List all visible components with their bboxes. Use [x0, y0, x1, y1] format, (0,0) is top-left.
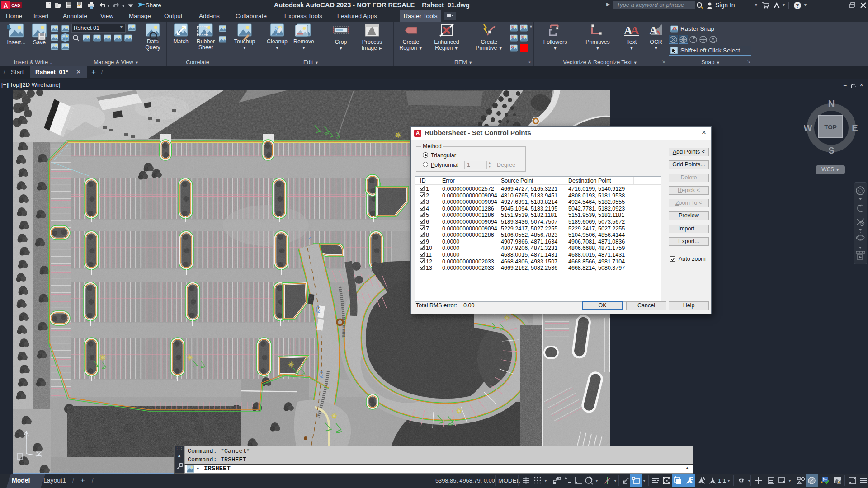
svg-text:A: A — [3, 2, 8, 9]
svg-text:Share: Share — [146, 2, 161, 9]
svg-text:S: S — [828, 145, 834, 155]
svg-text:TOP: TOP — [824, 124, 837, 131]
svg-text:N: N — [828, 99, 835, 108]
svg-text:?: ? — [796, 3, 799, 9]
svg-text:A: A — [631, 24, 639, 37]
svg-text:W: W — [804, 123, 812, 133]
svg-text:A: A — [649, 24, 658, 37]
svg-text:CAD: CAD — [11, 3, 20, 8]
svg-text:E: E — [852, 123, 858, 133]
